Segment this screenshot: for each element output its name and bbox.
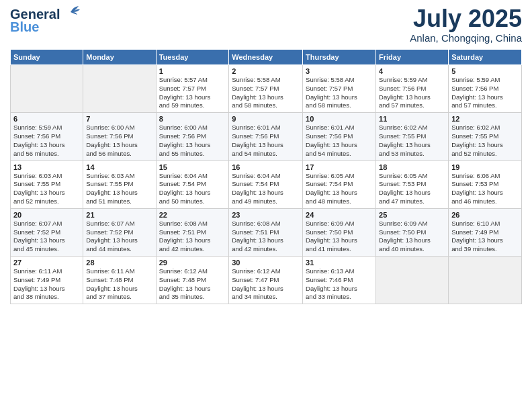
day-info: Sunrise: 6:05 AM Sunset: 7:54 PM Dayligh… [306,172,373,206]
day-info: Sunrise: 6:00 AM Sunset: 7:56 PM Dayligh… [159,124,226,158]
table-row: 12Sunrise: 6:02 AM Sunset: 7:55 PM Dayli… [449,113,522,161]
table-row [11,65,83,113]
day-info: Sunrise: 6:11 AM Sunset: 7:49 PM Dayligh… [13,267,80,302]
logo: General Blue [10,7,80,35]
calendar-week-4: 20Sunrise: 6:07 AM Sunset: 7:52 PM Dayli… [11,208,522,256]
day-info: Sunrise: 6:10 AM Sunset: 7:49 PM Dayligh… [451,220,519,254]
col-thursday: Thursday [303,50,376,65]
month-title: July 2025 [410,7,522,31]
day-number: 20 [13,211,80,219]
day-info: Sunrise: 5:57 AM Sunset: 7:57 PM Dayligh… [159,76,226,110]
day-info: Sunrise: 5:59 AM Sunset: 7:56 PM Dayligh… [379,76,445,110]
col-friday: Friday [376,50,449,65]
day-number: 22 [159,211,226,219]
table-row [449,257,522,304]
day-number: 7 [86,115,152,123]
day-info: Sunrise: 6:13 AM Sunset: 7:46 PM Dayligh… [306,267,373,302]
table-row: 21Sunrise: 6:07 AM Sunset: 7:52 PM Dayli… [83,208,156,256]
day-info: Sunrise: 6:07 AM Sunset: 7:52 PM Dayligh… [86,220,152,254]
day-number: 6 [13,115,80,123]
day-number: 3 [306,67,373,75]
day-info: Sunrise: 6:07 AM Sunset: 7:52 PM Dayligh… [13,220,80,254]
day-number: 21 [86,211,152,219]
day-info: Sunrise: 6:04 AM Sunset: 7:54 PM Dayligh… [232,172,300,206]
day-number: 25 [379,211,445,219]
table-row: 10Sunrise: 6:01 AM Sunset: 7:56 PM Dayli… [303,113,376,161]
day-number: 17 [306,163,373,171]
day-number: 14 [86,163,152,171]
day-info: Sunrise: 6:04 AM Sunset: 7:54 PM Dayligh… [159,172,226,206]
calendar-week-2: 6Sunrise: 5:59 AM Sunset: 7:56 PM Daylig… [11,113,522,161]
day-info: Sunrise: 6:03 AM Sunset: 7:55 PM Dayligh… [86,172,152,206]
day-number: 13 [13,163,80,171]
day-info: Sunrise: 5:58 AM Sunset: 7:57 PM Dayligh… [232,76,300,110]
table-row: 2Sunrise: 5:58 AM Sunset: 7:57 PM Daylig… [229,65,303,113]
table-row: 3Sunrise: 5:58 AM Sunset: 7:57 PM Daylig… [303,65,376,113]
day-number: 15 [159,163,226,171]
day-info: Sunrise: 6:11 AM Sunset: 7:48 PM Dayligh… [86,267,152,302]
day-info: Sunrise: 6:03 AM Sunset: 7:55 PM Dayligh… [13,172,80,206]
day-info: Sunrise: 5:58 AM Sunset: 7:57 PM Dayligh… [306,76,373,110]
header: General Blue July 2025 Anlan, Chongqing,… [10,7,522,44]
calendar-week-1: 1Sunrise: 5:57 AM Sunset: 7:57 PM Daylig… [11,65,522,113]
day-info: Sunrise: 6:02 AM Sunset: 7:55 PM Dayligh… [379,124,445,158]
table-row: 30Sunrise: 6:12 AM Sunset: 7:47 PM Dayli… [229,257,303,304]
day-number: 23 [232,211,300,219]
day-number: 16 [232,163,300,171]
day-info: Sunrise: 6:01 AM Sunset: 7:56 PM Dayligh… [306,124,373,158]
calendar-table: Sunday Monday Tuesday Wednesday Thursday… [10,49,522,304]
day-info: Sunrise: 6:12 AM Sunset: 7:48 PM Dayligh… [159,267,226,302]
table-row: 5Sunrise: 5:59 AM Sunset: 7:56 PM Daylig… [449,65,522,113]
day-number: 1 [159,67,226,75]
table-row: 22Sunrise: 6:08 AM Sunset: 7:51 PM Dayli… [156,208,229,256]
calendar-header-row: Sunday Monday Tuesday Wednesday Thursday… [11,50,522,65]
day-number: 9 [232,115,300,123]
table-row: 15Sunrise: 6:04 AM Sunset: 7:54 PM Dayli… [156,161,229,208]
table-row: 31Sunrise: 6:13 AM Sunset: 7:46 PM Dayli… [303,257,376,304]
day-number: 5 [451,67,519,75]
table-row: 23Sunrise: 6:08 AM Sunset: 7:51 PM Dayli… [229,208,303,256]
day-number: 28 [86,259,152,267]
day-info: Sunrise: 6:02 AM Sunset: 7:55 PM Dayligh… [451,124,519,158]
day-info: Sunrise: 6:06 AM Sunset: 7:53 PM Dayligh… [451,172,519,206]
day-info: Sunrise: 5:59 AM Sunset: 7:56 PM Dayligh… [13,124,80,158]
table-row: 16Sunrise: 6:04 AM Sunset: 7:54 PM Dayli… [229,161,303,208]
day-number: 8 [159,115,226,123]
title-block: July 2025 Anlan, Chongqing, China [410,7,522,44]
table-row: 6Sunrise: 5:59 AM Sunset: 7:56 PM Daylig… [11,113,83,161]
calendar-week-3: 13Sunrise: 6:03 AM Sunset: 7:55 PM Dayli… [11,161,522,208]
day-number: 4 [379,67,445,75]
table-row: 27Sunrise: 6:11 AM Sunset: 7:49 PM Dayli… [11,257,83,304]
table-row [376,257,449,304]
logo-bird-icon [61,5,80,19]
day-info: Sunrise: 5:59 AM Sunset: 7:56 PM Dayligh… [451,76,519,110]
col-saturday: Saturday [449,50,522,65]
day-number: 11 [379,115,445,123]
day-info: Sunrise: 6:09 AM Sunset: 7:50 PM Dayligh… [306,220,373,254]
table-row: 18Sunrise: 6:05 AM Sunset: 7:53 PM Dayli… [376,161,449,208]
page: General Blue July 2025 Anlan, Chongqing,… [0,0,532,411]
day-info: Sunrise: 6:08 AM Sunset: 7:51 PM Dayligh… [159,220,226,254]
table-row: 25Sunrise: 6:09 AM Sunset: 7:50 PM Dayli… [376,208,449,256]
table-row: 4Sunrise: 5:59 AM Sunset: 7:56 PM Daylig… [376,65,449,113]
day-info: Sunrise: 6:08 AM Sunset: 7:51 PM Dayligh… [232,220,300,254]
day-number: 2 [232,67,300,75]
day-number: 18 [379,163,445,171]
day-info: Sunrise: 6:05 AM Sunset: 7:53 PM Dayligh… [379,172,445,206]
table-row: 26Sunrise: 6:10 AM Sunset: 7:49 PM Dayli… [449,208,522,256]
table-row: 7Sunrise: 6:00 AM Sunset: 7:56 PM Daylig… [83,113,156,161]
col-sunday: Sunday [11,50,83,65]
table-row: 24Sunrise: 6:09 AM Sunset: 7:50 PM Dayli… [303,208,376,256]
col-monday: Monday [83,50,156,65]
day-number: 30 [232,259,300,267]
day-number: 12 [451,115,519,123]
calendar-week-5: 27Sunrise: 6:11 AM Sunset: 7:49 PM Dayli… [11,257,522,304]
table-row: 13Sunrise: 6:03 AM Sunset: 7:55 PM Dayli… [11,161,83,208]
table-row: 8Sunrise: 6:00 AM Sunset: 7:56 PM Daylig… [156,113,229,161]
day-info: Sunrise: 6:00 AM Sunset: 7:56 PM Dayligh… [86,124,152,158]
table-row: 14Sunrise: 6:03 AM Sunset: 7:55 PM Dayli… [83,161,156,208]
day-number: 27 [13,259,80,267]
table-row: 28Sunrise: 6:11 AM Sunset: 7:48 PM Dayli… [83,257,156,304]
table-row: 29Sunrise: 6:12 AM Sunset: 7:48 PM Dayli… [156,257,229,304]
table-row: 11Sunrise: 6:02 AM Sunset: 7:55 PM Dayli… [376,113,449,161]
